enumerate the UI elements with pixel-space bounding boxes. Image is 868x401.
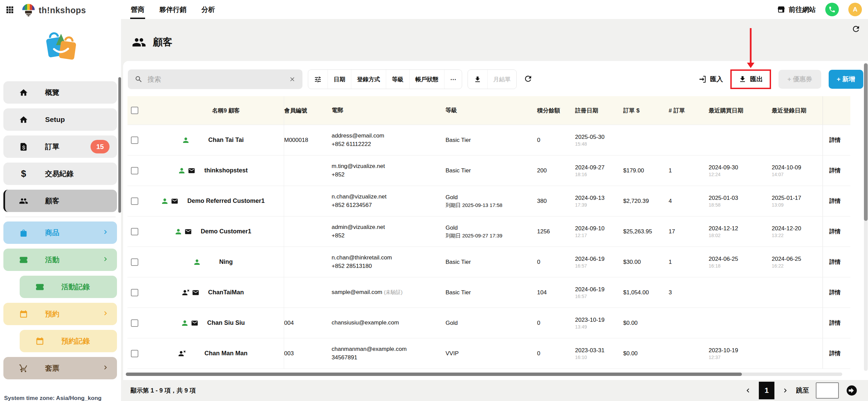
add-customer-button[interactable]: + 新增 xyxy=(829,70,863,89)
row-checkbox[interactable] xyxy=(131,228,138,235)
row-checkbox[interactable] xyxy=(131,167,138,174)
row-checkbox[interactable] xyxy=(131,319,138,327)
export-icon xyxy=(738,75,747,83)
row-checkbox[interactable] xyxy=(131,289,138,296)
cell-member-no xyxy=(284,186,332,216)
toolbar-actions: 匯入 匯出 + 優惠券 + 新增 xyxy=(698,69,863,89)
monthly-statement-button[interactable]: 月結單 xyxy=(488,70,516,89)
verified-person-icon xyxy=(193,258,201,266)
cell-email: n.chan@vizualize.net+852 61234567 xyxy=(332,186,446,216)
vertical-scrollbar[interactable] xyxy=(864,63,868,371)
filter-button-0[interactable]: 日期 xyxy=(328,70,351,89)
sidebar-item-3[interactable]: $交易紀錄 xyxy=(3,163,117,185)
detail-link[interactable]: 詳情 xyxy=(829,228,841,235)
timezone-note: System time zone: Asia/Hong_kong xyxy=(4,395,101,401)
detail-link[interactable]: 詳情 xyxy=(829,197,841,205)
coupon-button[interactable]: + 優惠券 xyxy=(778,70,821,89)
filter-button-1[interactable]: 登錄方式 xyxy=(351,70,386,89)
sidebar-item-10[interactable]: 預約記錄 xyxy=(20,330,117,352)
cell-member-no: M000018 xyxy=(284,125,332,155)
prev-page-icon[interactable] xyxy=(744,386,752,395)
detail-link[interactable]: 詳情 xyxy=(829,350,841,357)
cell-order-total: $30.00 xyxy=(623,247,669,277)
export-button[interactable]: 匯出 xyxy=(738,75,763,84)
search-icon xyxy=(135,75,143,83)
whatsapp-button[interactable] xyxy=(825,3,839,16)
top-nav-item-2[interactable]: 分析 xyxy=(201,0,215,19)
brand-logo[interactable]: th!nkshops xyxy=(21,2,86,18)
cell-order-total: $2,720.39 xyxy=(623,186,669,216)
sidebar-item-7[interactable]: 活動 xyxy=(3,249,117,271)
chevron-right-icon xyxy=(101,363,110,373)
search-input[interactable] xyxy=(147,76,284,83)
apps-grid-icon[interactable] xyxy=(5,5,15,16)
visit-site-label: 前往網站 xyxy=(789,5,816,14)
import-button[interactable]: 匯入 xyxy=(698,75,723,84)
filter-button-3[interactable]: 帳戶狀態 xyxy=(410,70,445,89)
whatsapp-icon xyxy=(828,6,836,13)
cell-member-no: 004 xyxy=(284,308,332,338)
visit-site-button[interactable]: 前往網站 xyxy=(777,5,816,14)
top-nav-item-0[interactable]: 營商 xyxy=(131,0,144,19)
cell-tier: Gold xyxy=(446,308,537,338)
cell-order-count: 3 xyxy=(669,277,709,308)
cell-name: Demo Customer1 xyxy=(142,216,284,247)
filter-settings-button[interactable] xyxy=(308,70,328,89)
detail-link[interactable]: 詳情 xyxy=(829,289,841,296)
sidebar-item-1[interactable]: Setup xyxy=(3,108,117,131)
ticket-icon xyxy=(35,282,44,292)
detail-link[interactable]: 詳情 xyxy=(829,319,841,327)
envelope-icon xyxy=(192,289,199,296)
sidebar-item-4[interactable]: 顧客 xyxy=(3,190,117,212)
cell-email: address@email.com+852 61112222 xyxy=(332,125,446,155)
cell-tier: Basic Tier xyxy=(446,247,537,277)
partially-visible-row xyxy=(127,368,850,371)
cell-last-login xyxy=(772,277,823,308)
top-nav-item-1[interactable]: 夥伴行銷 xyxy=(159,0,186,19)
table-row: Chan Man Man 003 chanmanman@example.com3… xyxy=(127,338,850,368)
sidebar-item-2[interactable]: 訂單15 xyxy=(3,135,117,158)
jump-page-input[interactable] xyxy=(816,382,839,399)
table-row: Ning n.chan@thinkretail.com+852 28513180… xyxy=(127,247,850,277)
cell-tier: Basic Tier xyxy=(446,277,537,308)
row-checkbox[interactable] xyxy=(131,350,138,357)
filter-button-2[interactable]: 等級 xyxy=(386,70,410,89)
cell-last-login xyxy=(772,308,823,338)
topbar: th!nkshops 營商夥伴行銷分析 前往網站 A xyxy=(0,0,868,19)
sidebar-item-label: 預約記錄 xyxy=(61,336,90,346)
select-all-checkbox[interactable] xyxy=(131,107,138,114)
sidebar-item-8[interactable]: 活動記錄 xyxy=(20,276,117,298)
sidebar-item-label: Setup xyxy=(45,115,65,124)
detail-link[interactable]: 詳情 xyxy=(829,258,841,266)
cell-tier: Gold到期日 2025-09-27 17:39 xyxy=(446,216,537,247)
cell-member-no xyxy=(284,247,332,277)
sidebar-item-11[interactable]: 套票 xyxy=(3,357,117,379)
detail-link[interactable]: 詳情 xyxy=(829,136,841,144)
cell-order-count xyxy=(669,338,709,368)
calendar-icon xyxy=(35,337,44,346)
header-detail xyxy=(823,96,850,125)
avatar[interactable]: A xyxy=(848,3,862,16)
more-filters-button[interactable]: ⋯ xyxy=(445,70,462,89)
download-statement-button[interactable] xyxy=(468,70,488,89)
cart-icon xyxy=(19,364,28,373)
row-checkbox[interactable] xyxy=(131,197,138,205)
jump-go-button[interactable] xyxy=(846,384,858,397)
sidebar-scrollbar[interactable] xyxy=(118,77,121,328)
cell-last-login: 2025-01-1713:09 xyxy=(772,186,823,216)
refresh-page-icon[interactable] xyxy=(851,24,861,35)
sidebar-item-9[interactable]: 預約 xyxy=(3,303,117,325)
refresh-list-icon[interactable] xyxy=(524,74,533,85)
clear-search-icon[interactable] xyxy=(289,76,296,83)
cell-registered: 2023-03-3116:10 xyxy=(575,338,623,368)
next-page-icon[interactable] xyxy=(781,386,789,395)
detail-link[interactable]: 詳情 xyxy=(829,167,841,174)
current-page-button[interactable]: 1 xyxy=(759,382,774,399)
sidebar-item-6[interactable]: 商品 xyxy=(3,221,117,244)
sidebar-menu: 概覽 Setup 訂單15 $交易紀錄 顧客 商品 活動 活動記錄 預約 預約記… xyxy=(0,81,121,379)
row-checkbox[interactable] xyxy=(131,258,138,266)
sidebar-item-0[interactable]: 概覽 xyxy=(3,81,117,104)
row-checkbox[interactable] xyxy=(131,136,138,144)
screen: th!nkshops 營商夥伴行銷分析 前往網站 A xyxy=(0,0,868,401)
horizontal-scrollbar[interactable] xyxy=(126,373,842,376)
